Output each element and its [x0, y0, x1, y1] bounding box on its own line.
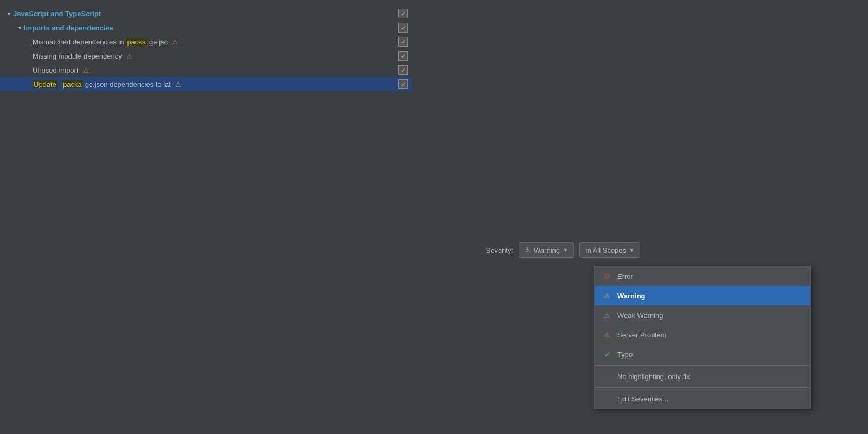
- menu-item-typo-label: Typo: [617, 350, 633, 359]
- weak-warning-icon: [602, 310, 612, 320]
- warning-icon: [602, 291, 612, 301]
- severity-current-icon: [525, 246, 531, 254]
- menu-item-typo[interactable]: Typo: [595, 344, 810, 364]
- menu-item-error[interactable]: Error: [595, 266, 810, 286]
- collapse-arrow-imports: ▾: [15, 23, 24, 32]
- tree-item-mismatched[interactable]: Mismatched dependencies in package.jsc ✓: [0, 35, 412, 49]
- tree-item-missing[interactable]: Missing module dependency ✓: [0, 49, 412, 63]
- menu-item-warning[interactable]: Warning: [595, 286, 810, 305]
- menu-item-server-problem-label: Server Problem: [617, 331, 666, 339]
- update-highlight1: Update: [33, 80, 58, 88]
- menu-item-edit-severities-label: Edit Severities...: [617, 395, 668, 403]
- menu-item-weak-warning[interactable]: Weak Warning: [595, 305, 810, 325]
- unused-checkbox[interactable]: ✓: [398, 65, 408, 75]
- tree-item-imports[interactable]: ▾ Imports and dependencies ✓: [0, 21, 412, 35]
- unused-label-row: Unused import: [33, 66, 214, 74]
- scope-chevron-icon: ▼: [629, 247, 634, 253]
- scope-label: In All Scopes: [585, 246, 626, 254]
- typo-icon: [602, 349, 612, 359]
- menu-item-error-label: Error: [617, 272, 633, 280]
- mismatched-label-post: ge.jsc: [149, 38, 168, 46]
- collapse-arrow-root: ▾: [4, 9, 13, 18]
- tree-item-update[interactable]: Update package.json dependencies to lat …: [0, 77, 412, 91]
- menu-item-no-highlight-label: No highlighting, only fix: [617, 373, 690, 381]
- update-label-post: ge.json dependencies to lat: [85, 80, 171, 88]
- tree-item-root[interactable]: ▾ JavaScript and TypeScript ✓: [0, 7, 412, 21]
- menu-divider-2: [595, 387, 810, 388]
- menu-item-weak-warning-label: Weak Warning: [617, 311, 663, 320]
- menu-item-edit-severities[interactable]: Edit Severities...: [595, 389, 810, 409]
- severity-area: Severity: Warning ▼ In All Scopes ▼ Erro…: [434, 0, 868, 434]
- severity-controls: Severity: Warning ▼ In All Scopes ▼: [486, 242, 640, 258]
- missing-warn-icon: [126, 52, 132, 60]
- edit-severities-icon: [602, 394, 612, 404]
- unused-label: Unused import: [33, 66, 79, 74]
- menu-item-server-problem[interactable]: Server Problem: [595, 325, 810, 344]
- tree-item-unused[interactable]: Unused import ✓: [0, 63, 412, 77]
- severity-current-label: Warning: [534, 246, 560, 254]
- update-label-row: Update package.json dependencies to lat: [33, 80, 214, 88]
- severity-chevron-icon: ▼: [563, 247, 568, 253]
- tree-item-root-label: JavaScript and TypeScript: [13, 10, 205, 18]
- unused-warn-icon: [83, 66, 89, 74]
- severity-dropdown-button[interactable]: Warning ▼: [519, 242, 574, 258]
- menu-item-no-highlight[interactable]: No highlighting, only fix: [595, 367, 810, 386]
- tree-item-imports-checkbox[interactable]: ✓: [398, 23, 408, 33]
- mismatched-label-pre: Mismatched dependencies in: [33, 38, 124, 46]
- no-highlight-icon: [602, 372, 612, 381]
- tree-item-root-checkbox[interactable]: ✓: [398, 9, 408, 18]
- mismatched-checkbox[interactable]: ✓: [398, 37, 408, 47]
- menu-item-warning-label: Warning: [617, 292, 646, 300]
- error-icon: [602, 271, 612, 281]
- server-problem-icon: [602, 330, 612, 340]
- missing-label: Missing module dependency: [33, 52, 122, 60]
- missing-label-row: Missing module dependency: [33, 52, 214, 60]
- scope-dropdown-button[interactable]: In All Scopes ▼: [579, 242, 640, 258]
- tree-item-imports-label: Imports and dependencies: [24, 24, 210, 32]
- update-warn-icon: [175, 80, 181, 88]
- missing-checkbox[interactable]: ✓: [398, 51, 408, 61]
- mismatched-warn-icon: [172, 38, 178, 46]
- mismatched-label-row: Mismatched dependencies in package.jsc: [33, 38, 214, 46]
- inspection-tree-panel: ▾ JavaScript and TypeScript ✓ ▾ Imports …: [0, 0, 412, 434]
- update-checkbox[interactable]: ✓: [398, 79, 408, 89]
- update-highlight2: packa: [62, 80, 83, 88]
- mismatched-highlight: packa: [126, 38, 147, 46]
- severity-label: Severity:: [486, 246, 513, 254]
- menu-divider-1: [595, 365, 810, 366]
- severity-menu: Error Warning Weak Warning Server Proble…: [594, 266, 811, 409]
